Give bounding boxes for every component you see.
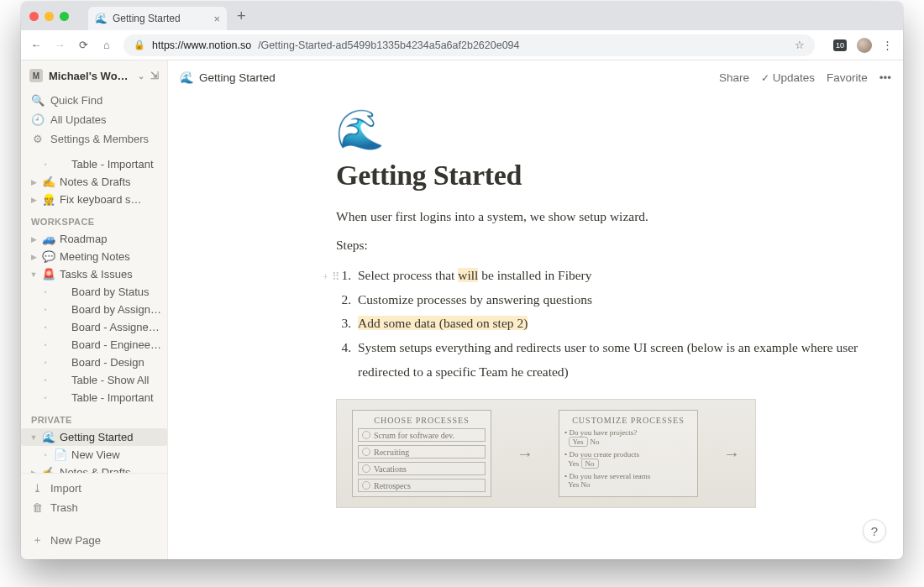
sidebar-tree: • Table - Important ▶ ✍️ Notes & Drafts … [21,155,167,473]
trash-button[interactable]: 🗑 Trash [26,498,162,517]
sidebar-item[interactable]: •Table - Show All [21,371,167,389]
add-block-icon[interactable]: + [323,267,328,287]
profile-avatar[interactable] [857,38,872,53]
import-icon: ⤓ [31,482,44,495]
sidebar-item-label: Tasks & Issues [60,268,133,280]
page-content: 🌊 Getting Started When user first logins… [168,94,903,559]
block-handles[interactable]: + ⠿ [323,267,340,287]
sidebar-item[interactable]: ▶ ✍️ Notes & Drafts [21,173,167,191]
sidebar-item-roadmap[interactable]: ▶ 🚙 Roadmap [21,230,167,248]
sidebar-expand-icon[interactable]: ⇲ [150,70,159,81]
bullet-icon: • [41,394,50,402]
list-item[interactable]: + ⠿ Select process that will be installe… [354,264,869,288]
drag-handle-icon[interactable]: ⠿ [332,267,340,287]
disclosure-icon[interactable]: ▶ [29,196,38,204]
sidebar-item[interactable]: •Board - Assigne… [21,318,167,336]
sidebar-item-label: Table - Show All [71,374,150,386]
star-icon[interactable]: ☆ [795,39,805,51]
arrow-icon: → [723,444,740,464]
sidebar-item-label: Meeting Notes [60,250,130,263]
minimize-window-button[interactable] [45,12,54,21]
page-topbar: 🌊 Getting Started Share ✓ Updates Favori… [168,60,903,94]
list-item[interactable]: System setups everything and redirects u… [354,336,869,384]
browser-menu-button[interactable]: ⋮ [882,39,895,51]
sidebar-item[interactable]: ▶ 👷 Fix keyboard s… [21,191,167,208]
favorite-button[interactable]: Favorite [827,71,868,84]
sidebar-item-label: Board by Assign… [71,303,161,316]
quick-find[interactable]: 🔍 Quick Find [26,91,162,110]
paragraph[interactable]: When user first logins into a system, we… [336,207,869,227]
plus-icon: ＋ [31,532,44,548]
url-path: /Getting-Started-ad5499b1335b4234a5a6af2… [258,39,519,51]
sidebar-item[interactable]: •Board - Enginee… [21,336,167,354]
trash-label: Trash [50,501,78,514]
sidebar-item-label: Getting Started [60,431,133,443]
bullet-icon: • [41,341,50,349]
sidebar-item-tasks-issues[interactable]: ▼ 🚨 Tasks & Issues [21,265,167,283]
list-item[interactable]: Customize processes by answering questio… [354,288,869,312]
page-title[interactable]: Getting Started [336,160,869,191]
bullet-icon: • [41,323,50,332]
bullet-icon: • [41,306,50,314]
updates-button[interactable]: ✓ Updates [761,71,815,84]
import-button[interactable]: ⤓ Import [26,479,162,498]
sidebar-item[interactable]: •Board by Assign… [21,301,167,318]
sidebar-item[interactable]: • 📄 New View [21,446,167,464]
sidebar-item-meeting-notes[interactable]: ▶ 💬 Meeting Notes [21,248,167,265]
bullet-icon: • [41,288,50,296]
paragraph[interactable]: Steps: [336,235,869,255]
sidebar-item-label: Notes & Drafts [60,466,131,473]
address-bar[interactable]: 🔒 https://www.notion.so/Getting-Started-… [123,34,815,56]
sidebar-item[interactable]: •Board - Design [21,354,167,371]
sidebar: M Michael's Work… ⌄ ⇲ 🔍 Quick Find 🕘 All… [21,60,168,559]
zoom-window-button[interactable] [60,12,69,21]
sketch-panel: Customize Processes • Do you have projec… [559,410,698,497]
tab-close-icon[interactable]: × [213,13,220,25]
disclosure-icon[interactable]: ▼ [29,433,38,442]
disclosure-icon[interactable]: ▼ [29,270,38,279]
breadcrumb[interactable]: 🌊 Getting Started [180,71,276,84]
help-button[interactable]: ? [863,519,886,542]
disclosure-icon[interactable]: ▶ [29,178,38,186]
settings-members[interactable]: ⚙ Settings & Members [26,129,162,149]
close-window-button[interactable] [29,12,39,21]
sidebar-item[interactable]: ▶ ✍️ Notes & Drafts [21,464,167,473]
disclosure-icon[interactable]: ▶ [29,235,38,244]
browser-toolbar: ← → ⟳ ⌂ 🔒 https://www.notion.so/Getting-… [21,30,903,60]
page-emoji: 💬 [42,250,55,263]
bullet-icon: • [41,160,50,169]
sidebar-item[interactable]: •Board by Status [21,283,167,301]
sidebar-item-label: Roadmap [60,233,107,245]
sidebar-section-workspace: WORKSPACE [21,208,167,230]
new-page-button[interactable]: ＋ New Page [26,529,162,551]
check-icon: ✓ [761,72,769,84]
workspace-switcher[interactable]: M Michael's Work… ⌄ ⇲ [21,60,167,89]
ordered-list: + ⠿ Select process that will be installe… [336,264,869,384]
disclosure-icon[interactable]: ▶ [29,253,38,261]
forward-button[interactable]: → [53,39,66,51]
sidebar-footer: ⤓ Import 🗑 Trash [21,473,167,522]
browser-tab[interactable]: 🌊 Getting Started × [88,7,227,30]
chevron-down-icon: ⌄ [138,71,144,81]
list-item[interactable]: Add some data (based on step 2) 💬 1 [354,312,869,336]
sidebar-item[interactable]: • Table - Important [21,155,167,173]
home-button[interactable]: ⌂ [100,39,113,51]
reload-button[interactable]: ⟳ [76,39,90,51]
sidebar-section-private: PRIVATE [21,406,167,428]
page-icon: 📄 [54,448,67,461]
share-button[interactable]: Share [719,71,749,84]
back-button[interactable]: ← [29,39,43,51]
sidebar-item-getting-started[interactable]: ▼ 🌊 Getting Started [21,428,167,446]
page-emoji-hero[interactable]: 🌊 [336,111,869,149]
new-tab-button[interactable]: + [237,8,246,25]
all-updates[interactable]: 🕘 All Updates [26,110,162,129]
sidebar-item[interactable]: •Table - Important [21,389,167,406]
sidebar-quick-section: 🔍 Quick Find 🕘 All Updates ⚙ Settings & … [21,89,167,155]
highlight: will [458,268,478,282]
sidebar-item-label: Fix keyboard s… [60,193,142,206]
more-menu-button[interactable]: ••• [879,71,891,84]
import-label: Import [50,482,81,495]
extension-badge[interactable]: 10 [833,39,847,51]
lock-icon: 🔒 [134,39,145,50]
embedded-image[interactable]: Choose Processes Scrum for software dev.… [336,399,756,508]
